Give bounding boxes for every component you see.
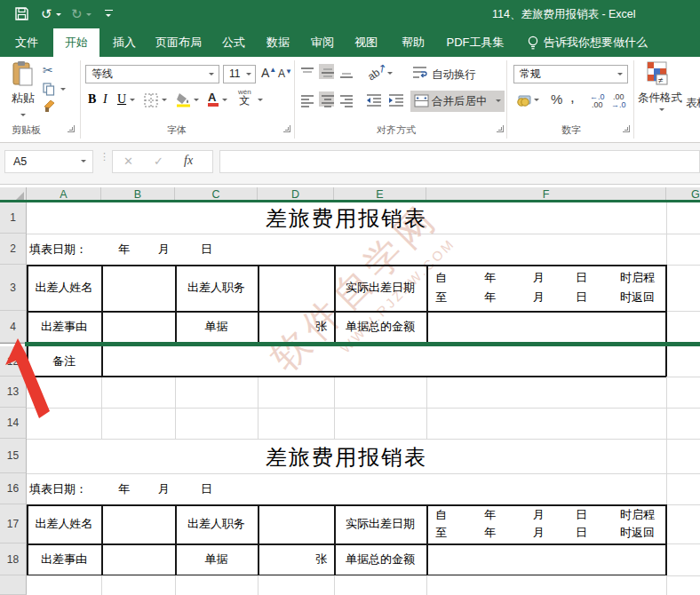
cut-icon[interactable]: ✂ xyxy=(43,63,53,77)
cell-trip-dates-1[interactable]: 自 年 月 日 时启程 至 年 月 日 时返回 xyxy=(426,265,666,311)
underline-dropdown-icon[interactable] xyxy=(130,99,135,104)
comma-style-button[interactable]: , xyxy=(570,89,575,107)
cell-sheets-unit-2[interactable]: 张 xyxy=(258,543,334,575)
name-box[interactable]: A5 xyxy=(4,150,93,173)
align-middle-icon[interactable] xyxy=(319,64,334,79)
row-header-1[interactable]: 1 xyxy=(0,202,27,234)
save-icon[interactable] xyxy=(14,6,29,25)
cell-receipts-1[interactable]: 单据 xyxy=(175,311,258,343)
row-header-17[interactable]: 17 xyxy=(0,504,27,543)
italic-button[interactable]: I xyxy=(103,92,107,107)
align-left-icon[interactable] xyxy=(300,93,315,108)
cell-traveler-name-2[interactable]: 出差人姓名 xyxy=(27,504,101,543)
wrap-text-label[interactable]: 自动换行 xyxy=(432,67,476,83)
cell-traveler-title-1[interactable]: 出差人职务 xyxy=(175,265,258,311)
underline-button[interactable]: U xyxy=(117,92,126,107)
phonetic-guide-button[interactable]: wén 文 xyxy=(238,89,251,104)
row-header-19-partial[interactable] xyxy=(0,575,27,595)
conditional-formatting-icon[interactable]: ≠ xyxy=(647,61,670,91)
tab-view[interactable]: 视图 xyxy=(347,28,385,57)
cell-trip-dates-2[interactable]: 自 年 月 日 时启程 至 年 月 日 时返回 xyxy=(426,504,666,543)
formula-input[interactable] xyxy=(219,150,700,173)
tab-data[interactable]: 数据 xyxy=(259,28,297,57)
tab-file[interactable]: 文件 xyxy=(4,28,50,57)
tab-insert[interactable]: 插入 xyxy=(105,28,144,57)
accounting-format-icon[interactable] xyxy=(515,92,531,110)
row-header-3[interactable]: 3 xyxy=(0,265,27,311)
tab-page-layout[interactable]: 页面布局 xyxy=(145,28,212,57)
number-dialog-launcher[interactable] xyxy=(623,125,630,132)
align-center-icon[interactable] xyxy=(319,91,334,107)
number-format-select[interactable]: 常规 xyxy=(513,65,628,83)
cell-receipts-total-2[interactable]: 单据总的金额 xyxy=(334,543,426,575)
tab-pdf-tools[interactable]: PDF工具集 xyxy=(441,28,510,57)
paste-button[interactable]: 粘贴 xyxy=(5,60,41,130)
cell-actual-dates-2[interactable]: 实际出差日期 xyxy=(334,504,426,543)
bold-button[interactable]: B xyxy=(88,92,96,107)
tab-review[interactable]: 审阅 xyxy=(304,28,341,57)
customize-qat-dropdown-icon[interactable] xyxy=(106,14,111,20)
accounting-dropdown-icon[interactable] xyxy=(534,99,539,104)
align-bottom-icon[interactable] xyxy=(339,66,354,81)
tab-home[interactable]: 开始 xyxy=(53,28,99,57)
tell-me-input[interactable]: 告诉我你想要做什么 xyxy=(544,28,648,57)
cell-reason-2[interactable]: 出差事由 xyxy=(27,543,101,575)
increase-indent-icon[interactable] xyxy=(388,93,404,111)
borders-dropdown-icon[interactable] xyxy=(162,99,167,104)
format-painter-icon[interactable] xyxy=(43,99,56,116)
enter-icon[interactable]: ✓ xyxy=(154,155,163,168)
insert-function-icon[interactable]: fx xyxy=(184,154,193,168)
copy-dropdown-icon[interactable] xyxy=(60,88,66,93)
undo-button[interactable]: ↺ xyxy=(41,0,52,28)
row-header-15[interactable]: 15 xyxy=(0,439,27,473)
font-color-dropdown-icon[interactable] xyxy=(222,99,227,104)
cancel-icon[interactable]: ✕ xyxy=(123,155,133,168)
align-top-icon[interactable] xyxy=(300,66,315,81)
increase-decimal-button[interactable]: ←.0 .00 xyxy=(590,93,605,109)
cell-sheets-unit-1[interactable]: 张 xyxy=(258,311,334,343)
orientation-dropdown-icon[interactable] xyxy=(387,72,393,77)
font-dialog-launcher[interactable] xyxy=(283,125,290,132)
row-header-18[interactable]: 18 xyxy=(0,543,27,575)
cell-actual-dates-1[interactable]: 实际出差日期 xyxy=(334,265,426,311)
form-title-1[interactable]: 差旅费用报销表 xyxy=(27,202,666,234)
merge-center-button[interactable]: 合并后居中 xyxy=(410,91,505,112)
form-title-2[interactable]: 差旅费用报销表 xyxy=(27,439,666,473)
decrease-indent-icon[interactable] xyxy=(366,93,382,111)
copy-icon[interactable] xyxy=(43,83,55,99)
fill-color-dropdown-icon[interactable] xyxy=(194,99,199,104)
conditional-formatting-label[interactable]: 条件格式 xyxy=(638,91,682,106)
formula-bar-splitter[interactable]: ⋮ xyxy=(99,155,109,159)
font-name-select[interactable]: 等线 xyxy=(85,65,219,83)
orientation-icon[interactable]: ab↗ xyxy=(365,61,389,83)
format-as-table-label-partial[interactable]: 表格 xyxy=(686,96,700,111)
conditional-formatting-dropdown-icon[interactable] xyxy=(659,108,664,114)
fill-date-row-1[interactable]: 填表日期： 年 月 日 xyxy=(27,234,666,265)
row-header-2[interactable]: 2 xyxy=(0,234,27,265)
tab-help[interactable]: 帮助 xyxy=(394,28,432,57)
align-right-icon[interactable] xyxy=(339,93,354,108)
cell-receipts-total-1[interactable]: 单据总的金额 xyxy=(334,311,426,343)
clipboard-dialog-launcher[interactable] xyxy=(68,125,75,132)
customize-qat-icon[interactable] xyxy=(105,10,113,11)
decrease-decimal-button[interactable]: .00 →.0 xyxy=(611,93,626,109)
redo-dropdown-icon[interactable] xyxy=(86,13,91,19)
row-header-16[interactable]: 16 xyxy=(0,473,27,504)
cell-traveler-name-1[interactable]: 出差人姓名 xyxy=(27,265,101,311)
shrink-font-button[interactable]: A▼ xyxy=(278,67,292,80)
borders-icon[interactable] xyxy=(144,93,158,111)
phonetic-dropdown-icon[interactable] xyxy=(258,99,263,104)
cell-traveler-title-2[interactable]: 出差人职务 xyxy=(175,504,258,543)
percent-style-button[interactable]: % xyxy=(551,91,562,107)
tell-me-bulb-icon[interactable] xyxy=(526,35,540,54)
wrap-text-icon[interactable] xyxy=(412,65,428,84)
fill-date-row-2[interactable]: 填表日期： 年 月 日 xyxy=(27,473,666,504)
fill-color-icon[interactable] xyxy=(176,92,191,111)
alignment-dialog-launcher[interactable] xyxy=(497,125,504,132)
tab-formulas[interactable]: 公式 xyxy=(215,28,252,57)
font-size-select[interactable]: 11 xyxy=(223,65,256,83)
font-color-button[interactable]: A xyxy=(208,91,219,107)
cell-receipts-2[interactable]: 单据 xyxy=(175,543,258,575)
grow-font-button[interactable]: A▲ xyxy=(261,66,276,80)
redo-button[interactable]: ↻ xyxy=(71,0,83,28)
